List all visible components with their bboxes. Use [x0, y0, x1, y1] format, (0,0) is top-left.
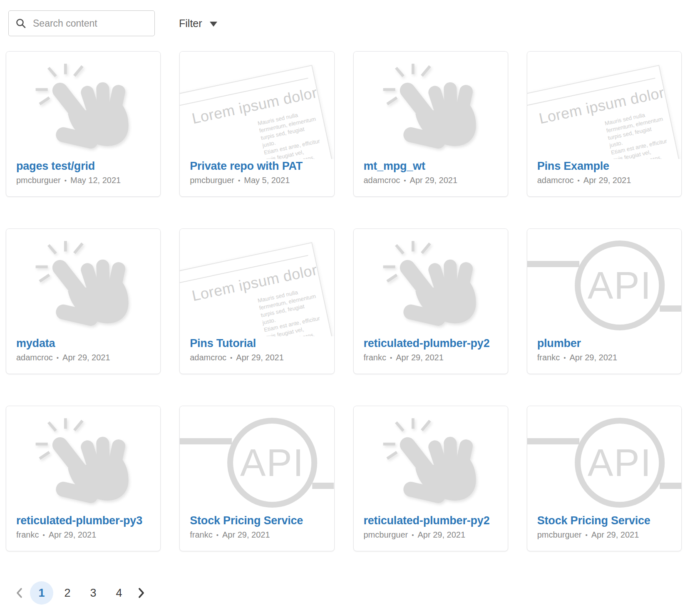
- date: Apr 29, 2021: [410, 176, 458, 185]
- content-card[interactable]: reticulated-plumber-py3 frankc • Apr 29,…: [6, 406, 161, 551]
- separator-dot: •: [412, 531, 414, 538]
- date: Apr 29, 2021: [591, 530, 639, 540]
- content-card[interactable]: Lorem ipsum dolor Mauris sed nulla ferme…: [179, 228, 334, 374]
- click-placeholder-icon: [6, 406, 160, 513]
- author: frankc: [537, 353, 560, 362]
- author: pmcburguer: [16, 176, 61, 185]
- separator-dot: •: [230, 354, 232, 361]
- content-card[interactable]: pages test/grid pmcburguer • May 12, 202…: [6, 51, 161, 197]
- filter-label: Filter: [179, 17, 202, 30]
- document-placeholder-icon: Lorem ipsum dolor Mauris sed nulla ferme…: [180, 229, 334, 336]
- api-placeholder-icon: API: [527, 406, 681, 513]
- separator-dot: •: [216, 531, 218, 538]
- content-title-link[interactable]: reticulated-plumber-py2: [364, 514, 498, 527]
- doc-placeholder-text: Mauris sed nulla fermentum, elementum tu…: [257, 285, 334, 336]
- content-title-link[interactable]: pages test/grid: [16, 160, 150, 173]
- content-meta: pmcburguer • Apr 29, 2021: [364, 530, 498, 540]
- content-title-link[interactable]: reticulated-plumber-py3: [16, 514, 150, 527]
- api-placeholder-icon: API: [527, 229, 681, 336]
- api-placeholder-icon: API: [180, 406, 334, 513]
- date: Apr 29, 2021: [396, 353, 444, 362]
- click-placeholder-icon: [354, 52, 508, 159]
- next-page-button[interactable]: [133, 581, 150, 605]
- content-title-link[interactable]: plumber: [537, 337, 671, 350]
- filter-dropdown[interactable]: Filter: [179, 17, 217, 30]
- separator-dot: •: [404, 177, 406, 184]
- author: pmcburguer: [364, 530, 408, 540]
- separator-dot: •: [585, 531, 587, 538]
- content-grid: pages test/grid pmcburguer • May 12, 202…: [6, 51, 682, 551]
- content-title-link[interactable]: Private repo with PAT: [190, 160, 324, 173]
- click-placeholder-icon: [354, 406, 508, 513]
- content-title-link[interactable]: mydata: [16, 337, 150, 350]
- chevron-down-icon: [210, 22, 217, 27]
- content-meta: adamcroc • Apr 29, 2021: [16, 353, 150, 362]
- content-title-link[interactable]: mt_mpg_wt: [364, 160, 498, 173]
- separator-dot: •: [65, 177, 67, 184]
- chevron-left-icon: [15, 588, 23, 598]
- content-card[interactable]: Lorem ipsum dolor Mauris sed nulla ferme…: [179, 51, 334, 197]
- content-card[interactable]: API Stock Pricing Service pmcburguer • A…: [527, 406, 682, 551]
- author: adamcroc: [364, 176, 400, 185]
- click-placeholder-icon: [354, 229, 508, 336]
- author: pmcburguer: [537, 530, 582, 540]
- date: Apr 29, 2021: [583, 176, 631, 185]
- search-icon: [15, 18, 26, 29]
- page-button-2[interactable]: 2: [56, 581, 79, 605]
- svg-text:API: API: [240, 441, 304, 484]
- page-button-3[interactable]: 3: [82, 581, 105, 605]
- content-meta: adamcroc • Apr 29, 2021: [190, 353, 324, 362]
- content-card[interactable]: mydata adamcroc • Apr 29, 2021: [6, 228, 161, 374]
- author: frankc: [16, 530, 39, 540]
- content-card[interactable]: API Stock Pricing Service frankc • Apr 2…: [179, 406, 334, 551]
- author: pmcburguer: [190, 176, 234, 185]
- prev-page-button[interactable]: [11, 581, 27, 605]
- page-button-1[interactable]: 1: [30, 581, 53, 605]
- date: Apr 29, 2021: [49, 530, 97, 540]
- separator-dot: •: [57, 354, 59, 361]
- search-input[interactable]: [33, 18, 148, 29]
- author: adamcroc: [16, 353, 53, 362]
- content-meta: frankc • Apr 29, 2021: [190, 530, 324, 540]
- content-title-link[interactable]: Pins Tutorial: [190, 337, 324, 350]
- content-meta: frankc • Apr 29, 2021: [16, 530, 150, 540]
- author: adamcroc: [190, 353, 226, 362]
- date: Apr 29, 2021: [222, 530, 270, 540]
- date: Apr 29, 2021: [236, 353, 284, 362]
- click-placeholder-icon: [6, 52, 160, 159]
- content-meta: pmcburguer • May 5, 2021: [190, 176, 324, 185]
- content-card[interactable]: reticulated-plumber-py2 pmcburguer • Apr…: [353, 406, 508, 551]
- chevron-right-icon: [138, 588, 145, 598]
- content-card[interactable]: Lorem ipsum dolor Mauris sed nulla ferme…: [527, 51, 682, 197]
- content-meta: frankc • Apr 29, 2021: [537, 353, 671, 362]
- separator-dot: •: [578, 177, 580, 184]
- content-card[interactable]: mt_mpg_wt adamcroc • Apr 29, 2021: [353, 51, 508, 197]
- content-title-link[interactable]: Pins Example: [537, 160, 671, 173]
- doc-placeholder-text: Mauris sed nulla fermentum, elementum tu…: [604, 108, 681, 159]
- content-meta: pmcburguer • Apr 29, 2021: [537, 530, 671, 540]
- date: Apr 29, 2021: [569, 353, 617, 362]
- date: Apr 29, 2021: [417, 530, 465, 540]
- content-meta: adamcroc • Apr 29, 2021: [537, 176, 671, 185]
- document-placeholder-icon: Lorem ipsum dolor Mauris sed nulla ferme…: [527, 52, 681, 159]
- author: frankc: [364, 353, 386, 362]
- search-box[interactable]: [8, 10, 155, 36]
- pagination: 1 2 3 4: [11, 581, 700, 605]
- toolbar: Filter: [8, 10, 700, 36]
- content-meta: frankc • Apr 29, 2021: [364, 353, 498, 362]
- content-card[interactable]: reticulated-plumber-py2 frankc • Apr 29,…: [353, 228, 508, 374]
- content-title-link[interactable]: Stock Pricing Service: [537, 514, 671, 527]
- click-placeholder-icon: [6, 229, 160, 336]
- svg-text:API: API: [588, 264, 652, 307]
- content-card[interactable]: API plumber frankc • Apr 29, 2021: [527, 228, 682, 374]
- svg-text:API: API: [588, 441, 652, 484]
- page-button-4[interactable]: 4: [107, 581, 131, 605]
- date: Apr 29, 2021: [62, 353, 110, 362]
- separator-dot: •: [563, 354, 566, 361]
- author: adamcroc: [537, 176, 574, 185]
- content-title-link[interactable]: reticulated-plumber-py2: [364, 337, 498, 350]
- content-title-link[interactable]: Stock Pricing Service: [190, 514, 324, 527]
- date: May 5, 2021: [244, 176, 290, 185]
- separator-dot: •: [42, 531, 45, 538]
- author: frankc: [190, 530, 212, 540]
